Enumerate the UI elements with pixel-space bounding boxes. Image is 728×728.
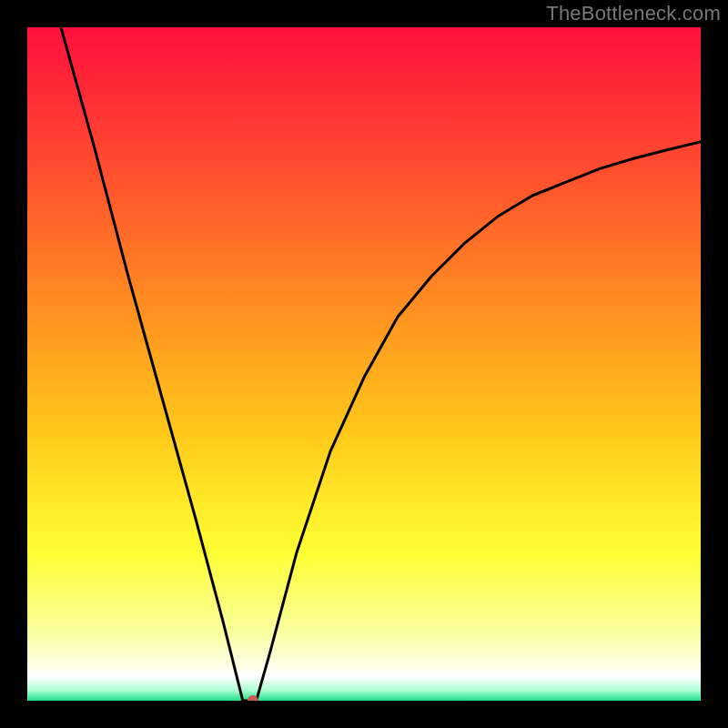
watermark-text: TheBottleneck.com bbox=[546, 2, 721, 25]
chart-svg bbox=[27, 27, 701, 701]
gradient-background bbox=[27, 27, 701, 701]
chart-frame: TheBottleneck.com bbox=[0, 0, 728, 728]
plot-area bbox=[27, 27, 701, 701]
